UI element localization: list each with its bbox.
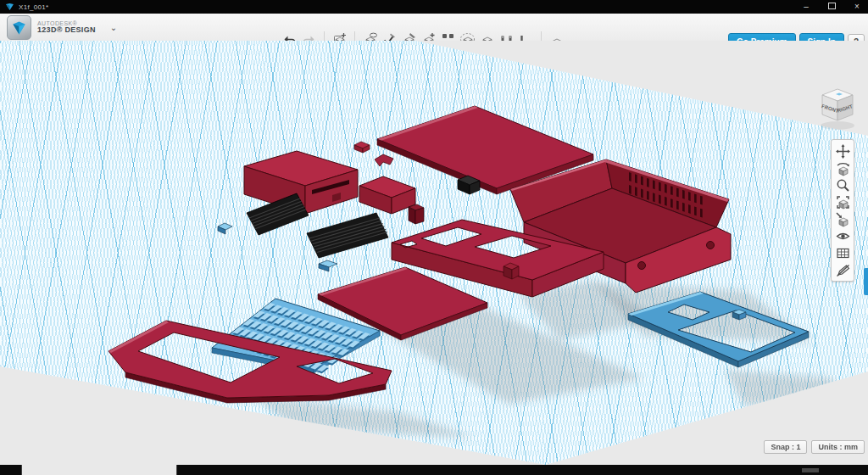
document-title: X1f_001* [19, 3, 48, 11]
brand-123d-label: 123D® DESIGN [37, 26, 96, 34]
close-button[interactable]: × [851, 0, 863, 14]
maximize-button[interactable] [826, 0, 837, 14]
visibility-icon[interactable] [832, 227, 854, 244]
fit-icon[interactable] [832, 193, 854, 210]
heat-sink-grille-2-part[interactable] [307, 213, 388, 258]
main-toolbar: AUTODESK® 123D® DESIGN ⌄ Go Premium Sign… [0, 14, 868, 42]
rf-modulator-part[interactable] [359, 176, 415, 214]
side-panel-handle[interactable] [864, 268, 868, 295]
taskbar-app-button[interactable] [21, 465, 177, 475]
navigation-toolbar [831, 139, 854, 282]
hide-sketches-icon[interactable] [832, 261, 854, 278]
app-window: X1f_001* – × AUTODESK® 123D® DESIGN ⌄ Go… [0, 0, 868, 475]
units-setting[interactable]: Units : mm [811, 440, 865, 454]
pan-icon[interactable] [832, 142, 854, 159]
view-cube[interactable]: FRONT RIGHT [810, 87, 861, 136]
chevron-down-icon[interactable]: ⌄ [110, 23, 117, 32]
orbit-icon[interactable] [832, 159, 854, 176]
connector-post-part[interactable] [409, 204, 424, 224]
small-blue-part-1[interactable] [218, 223, 232, 234]
app-logo-icon [6, 3, 14, 10]
material-browser-icon[interactable] [832, 244, 854, 261]
brand-menu[interactable]: AUTODESK® 123D® DESIGN ⌄ [7, 15, 117, 40]
small-blue-part-2[interactable] [319, 260, 337, 271]
rear-clip-part[interactable] [354, 142, 370, 153]
hook-clip-part[interactable] [375, 154, 393, 166]
zoom-icon[interactable] [832, 176, 854, 193]
os-taskbar[interactable] [0, 465, 868, 475]
minimize-button[interactable]: – [800, 0, 812, 14]
look-at-icon[interactable] [832, 210, 854, 227]
snap-setting[interactable]: Snap : 1 [764, 440, 807, 454]
taskbar-clock [802, 468, 819, 472]
maximize-icon [828, 3, 836, 9]
titlebar: X1f_001* – × [0, 0, 868, 14]
autodesk-123d-logo-icon [7, 15, 31, 40]
bezel-hinge-part[interactable] [504, 263, 519, 279]
exploded-model [0, 41, 868, 465]
3d-viewport[interactable]: FRONT RIGHT Snap : 1 Units : mm [0, 41, 868, 465]
